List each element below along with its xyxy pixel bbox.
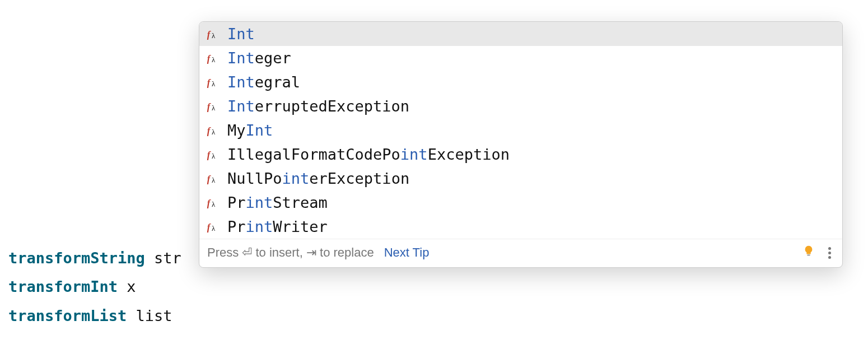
code-token: transformInt [8, 278, 118, 295]
svg-text:λ: λ [212, 128, 216, 136]
svg-text:f: f [207, 29, 211, 39]
svg-text:f: f [207, 53, 211, 63]
code-line[interactable]: transformInt x [8, 272, 868, 301]
svg-text:f: f [207, 197, 211, 208]
more-vertical-icon[interactable] [825, 246, 834, 260]
code-token: transformList [8, 307, 127, 324]
lambda-function-icon: fλ [206, 221, 220, 233]
code-line[interactable]: transformList list [8, 301, 868, 330]
light-bulb-icon[interactable] [802, 245, 815, 261]
completion-item-label: NullPointerException [227, 170, 409, 187]
completion-item[interactable]: fλMyInt [199, 118, 842, 142]
svg-text:f: f [207, 101, 211, 111]
lambda-function-icon: fλ [206, 28, 220, 40]
svg-text:λ: λ [212, 80, 216, 88]
lambda-function-icon: fλ [206, 124, 220, 137]
completion-item[interactable]: fλInteger [199, 46, 842, 70]
completion-item-label: Int [227, 25, 255, 43]
completion-item[interactable]: fλIntegral [199, 70, 842, 94]
svg-rect-18 [807, 254, 810, 255]
lambda-function-icon: fλ [206, 100, 220, 113]
completion-item-label: Integer [227, 49, 291, 67]
next-tip-link[interactable]: Next Tip [384, 245, 430, 260]
svg-text:λ: λ [212, 56, 216, 64]
svg-text:f: f [207, 77, 211, 87]
svg-text:λ: λ [212, 176, 216, 184]
code-token: list [127, 307, 172, 324]
svg-text:f: f [207, 221, 211, 232]
code-token: str [145, 249, 181, 267]
lambda-function-icon: fλ [206, 52, 220, 64]
svg-text:λ: λ [212, 104, 216, 112]
lambda-function-icon: fλ [206, 197, 220, 209]
completion-item-label: PrintWriter [227, 218, 328, 235]
completion-item-label: IllegalFormatCodePointException [227, 146, 510, 163]
code-line[interactable] [8, 330, 868, 344]
completion-item[interactable]: fλPrintWriter [199, 215, 842, 239]
completion-popup: fλIntfλIntegerfλIntegralfλInterruptedExc… [199, 21, 843, 268]
completion-item[interactable]: fλIllegalFormatCodePointException [199, 142, 842, 166]
code-token: x [118, 278, 136, 295]
svg-text:f: f [207, 149, 211, 160]
completion-item-label: MyInt [227, 122, 273, 139]
completion-item[interactable]: fλInterruptedException [199, 94, 842, 118]
lambda-function-icon: fλ [206, 148, 220, 161]
completion-item[interactable]: fλInt [199, 22, 842, 46]
svg-text:λ: λ [212, 152, 216, 160]
svg-text:λ: λ [212, 201, 216, 208]
svg-text:f: f [207, 173, 211, 184]
completion-item-label: PrintStream [227, 194, 328, 211]
svg-text:f: f [207, 125, 211, 136]
code-token: transformString [8, 249, 145, 267]
completion-list[interactable]: fλIntfλIntegerfλIntegralfλInterruptedExc… [199, 22, 842, 239]
svg-text:λ: λ [212, 225, 216, 233]
lambda-function-icon: fλ [206, 173, 220, 185]
completion-footer: Press ⏎ to insert, ⇥ to replace Next Tip [199, 239, 842, 267]
completion-item[interactable]: fλNullPointerException [199, 166, 842, 190]
completion-item-label: InterruptedException [227, 97, 409, 115]
lambda-function-icon: fλ [206, 76, 220, 89]
completion-item[interactable]: fλPrintStream [199, 190, 842, 215]
svg-text:λ: λ [212, 32, 216, 40]
completion-item-label: Integral [227, 73, 300, 91]
completion-hint: Press ⏎ to insert, ⇥ to replace [207, 245, 374, 260]
